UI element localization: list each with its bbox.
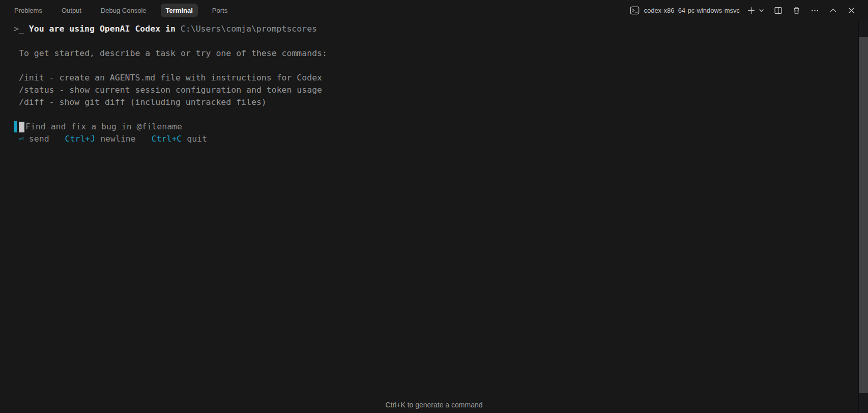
terminal-header-right: codex-x86_64-pc-windows-msvc [629,0,856,20]
terminal-block-cursor [19,122,24,132]
hint-quit: Ctrl+C quit [152,133,207,145]
vscode-terminal-panel: Problems Output Debug Console Terminal P… [0,0,868,413]
hint-send: ⏎ send [19,133,49,145]
composer-placeholder: Find and fix a bug in @filename [25,121,182,133]
scrollbar-thumb[interactable] [859,37,868,393]
terminal-scrollbar [858,20,868,413]
terminal-instance-title: codex-x86_64-pc-windows-msvc [644,7,740,14]
panel-tabs: Problems Output Debug Console Terminal P… [0,4,233,17]
terminal-actions [747,6,856,15]
new-terminal-plus-icon[interactable] [747,6,756,15]
command-hint-diff: /diff - show git diff (including untrack… [14,96,858,108]
tab-problems[interactable]: Problems [9,4,47,17]
panel-header: Problems Output Debug Console Terminal P… [0,0,868,20]
hint-newline: Ctrl+J newline [65,133,136,145]
codex-prompt-glyph: >_ [14,24,29,34]
blank-line [14,60,858,72]
launch-profile-chevron-down-icon[interactable] [759,8,764,13]
more-actions-ellipsis-icon[interactable] [811,6,819,15]
split-terminal-icon[interactable] [774,6,783,15]
codex-intro-line: To get started, describe a task or try o… [14,47,858,60]
tab-ports[interactable]: Ports [207,4,233,17]
tab-debug-console[interactable]: Debug Console [96,4,152,17]
composer-keybinding-hints: ⏎ send Ctrl+J newline Ctrl+C quit [14,133,858,145]
command-hint-init: /init - create an AGENTS.md file with in… [14,72,858,84]
terminal-viewport[interactable]: >_ You are using OpenAI Codex in C:\User… [0,20,858,413]
codex-welcome-text: You are using OpenAI Codex in [29,24,181,34]
terminal-prompt-icon [629,5,640,16]
tab-terminal[interactable]: Terminal [161,4,198,17]
working-directory-path: C:\Users\comja\promptscores [181,24,317,34]
codex-welcome-line: >_ You are using OpenAI Codex in C:\User… [14,23,858,35]
blank-line [14,35,858,47]
tab-output[interactable]: Output [56,4,86,17]
kill-terminal-trash-icon[interactable] [792,6,801,15]
terminal-tab-entry[interactable]: codex-x86_64-pc-windows-msvc [629,5,740,16]
maximize-panel-chevron-up-icon[interactable] [829,6,837,15]
close-panel-x-icon[interactable] [847,6,856,15]
enter-key-icon: ⏎ [19,134,24,144]
command-hint-status: /status - show current session configura… [14,84,858,96]
codex-composer-input[interactable]: Find and fix a bug in @filename [14,121,858,133]
blank-line [14,108,858,121]
composer-accent-bar [14,121,17,132]
terminal-chat-hint: Ctrl+K to generate a command [0,401,868,409]
